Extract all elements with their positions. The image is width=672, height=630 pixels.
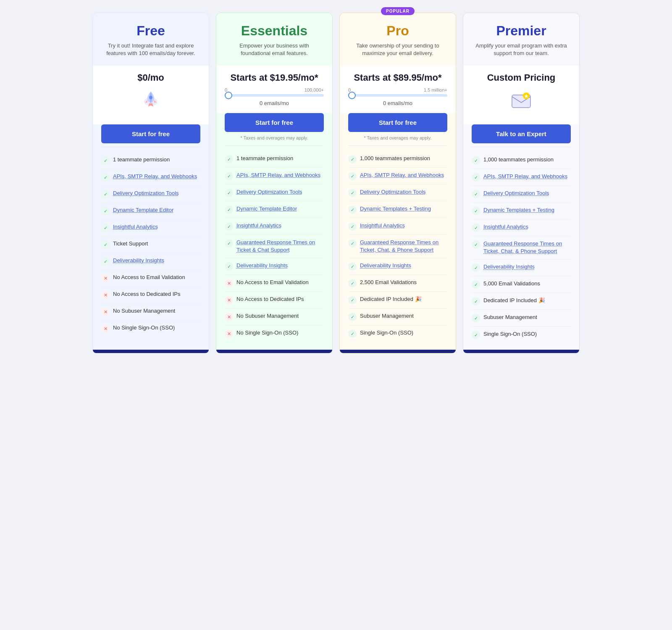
email-volume-slider-container: 0 100,000+	[225, 87, 324, 97]
feature-text: Dynamic Templates + Testing	[360, 205, 431, 213]
card-footer	[340, 350, 456, 353]
feature-text: APIs, SMTP Relay, and Webhooks	[236, 171, 320, 179]
feature-item: ✕ No Subuser Management	[225, 308, 324, 325]
feature-text: No Single Sign-On (SSO)	[236, 329, 298, 337]
slider-track	[348, 94, 447, 97]
price-amount: Starts at $89.95/mo*	[348, 72, 447, 83]
pricing-grid: Free Try it out! Integrate fast and expl…	[92, 13, 580, 353]
check-icon: ✓	[101, 156, 110, 165]
feature-item: ✓ Subuser Management	[472, 310, 571, 327]
feature-text: No Access to Dedicated IPs	[236, 295, 304, 303]
plan-card-premier: Premier Amplify your email program with …	[463, 13, 580, 353]
check-icon: ✓	[348, 155, 357, 163]
feature-item: ✓ Delivery Optimization Tools	[348, 185, 447, 201]
feature-item: ✓ Deliverability Insights	[348, 258, 447, 275]
features-divider	[472, 147, 571, 147]
feature-text: Deliverability Insights	[360, 262, 411, 269]
plan-desc: Amplify your email program with extra su…	[472, 42, 571, 59]
cta-button[interactable]: Start for free	[348, 113, 447, 132]
feature-text: Guaranteed Response Times on Ticket, Cha…	[483, 240, 571, 255]
feature-text: No Access to Dedicated IPs	[113, 290, 180, 298]
emails-count: 0 emails/mo	[348, 100, 447, 106]
check-icon: ✓	[225, 262, 233, 271]
features-list: ✓ 1 teammate permission ✓ APIs, SMTP Rel…	[93, 149, 209, 350]
features-divider	[101, 147, 200, 147]
feature-text: No Subuser Management	[236, 312, 299, 320]
check-icon: ✓	[348, 189, 357, 197]
plan-card-essentials: Essentials Empower your business with fo…	[216, 13, 333, 353]
feature-text: No Access to Email Validation	[236, 279, 309, 286]
check-icon: ✓	[472, 280, 480, 289]
check-icon: ✓	[225, 206, 233, 214]
plan-name: Essentials	[225, 23, 324, 39]
check-icon: ✓	[101, 224, 110, 232]
feature-text: Deliverability Insights	[236, 262, 288, 269]
feature-text: No Subuser Management	[113, 307, 175, 315]
check-icon: ✓	[472, 240, 480, 249]
feature-item: ✓ Dynamic Template Editor	[225, 201, 324, 218]
feature-text: Guaranteed Response Times on Ticket & Ch…	[236, 239, 324, 254]
check-icon: ✓	[101, 240, 110, 249]
feature-item: ✓ Dynamic Template Editor	[101, 203, 200, 219]
plan-header: Free Try it out! Integrate fast and expl…	[93, 13, 209, 66]
feature-item: ✓ APIs, SMTP Relay, and Webhooks	[225, 168, 324, 185]
price-amount: Starts at $19.95/mo*	[225, 72, 324, 83]
feature-item: ✓ 1 teammate permission	[225, 151, 324, 168]
feature-text: Delivery Optimization Tools	[360, 188, 426, 196]
feature-text: Insightful Analytics	[113, 223, 158, 231]
feature-item: ✓ Ticket Support	[101, 236, 200, 253]
feature-item: ✓ 5,000 Email Validations	[472, 276, 571, 293]
plan-pricing: Starts at $89.95/mo* 0 1.5 million+ 0 em…	[340, 66, 456, 113]
slider-thumb[interactable]	[348, 92, 356, 99]
cta-button[interactable]: Talk to an Expert	[472, 124, 571, 143]
check-icon: ✓	[472, 173, 480, 182]
cta-button[interactable]: Start for free	[225, 113, 324, 132]
feature-text: Dedicated IP Included 🎉	[483, 297, 545, 304]
feature-text: 1,000 teammates permission	[360, 155, 430, 162]
features-list: ✓ 1,000 teammates permission ✓ APIs, SMT…	[340, 148, 456, 350]
cross-icon: ✕	[225, 279, 233, 287]
feature-item: ✓ Delivery Optimization Tools	[472, 186, 571, 203]
feature-item: ✓ Dynamic Templates + Testing	[348, 201, 447, 218]
feature-item: ✓ Delivery Optimization Tools	[101, 186, 200, 203]
feature-text: Dynamic Template Editor	[236, 205, 297, 213]
feature-text: Delivery Optimization Tools	[236, 188, 302, 196]
plan-name: Pro	[348, 23, 447, 39]
check-icon: ✓	[101, 190, 110, 198]
feature-item: ✓ 1,000 teammates permission	[472, 152, 571, 169]
feature-text: 1 teammate permission	[236, 155, 293, 162]
feature-text: Delivery Optimization Tools	[113, 190, 179, 197]
slider-max-label: 1.5 million+	[424, 87, 447, 92]
feature-item: ✓ 1 teammate permission	[101, 152, 200, 169]
plan-name: Free	[101, 23, 200, 39]
card-footer	[216, 350, 332, 353]
feature-text: APIs, SMTP Relay, and Webhooks	[483, 173, 567, 180]
check-icon: ✓	[225, 155, 233, 163]
check-icon: ✓	[225, 172, 233, 180]
feature-text: Dynamic Templates + Testing	[483, 206, 554, 214]
feature-item: ✕ No Access to Dedicated IPs	[225, 292, 324, 308]
feature-text: Subuser Management	[483, 314, 537, 321]
feature-text: 2,500 Email Validations	[360, 279, 417, 286]
plan-header: Premier Amplify your email program with …	[463, 13, 579, 66]
feature-item: ✓ Deliverability Insights	[225, 258, 324, 275]
slider-thumb[interactable]	[225, 92, 232, 99]
feature-text: APIs, SMTP Relay, and Webhooks	[113, 173, 197, 180]
check-icon: ✓	[101, 207, 110, 215]
cta-button[interactable]: Start for free	[101, 124, 200, 143]
check-icon: ✓	[472, 264, 480, 272]
check-icon: ✓	[472, 297, 480, 306]
feature-item: ✓ Single Sign-On (SSO)	[472, 327, 571, 343]
feature-text: 5,000 Email Validations	[483, 280, 540, 287]
check-icon: ✓	[101, 173, 110, 182]
feature-item: ✓ Guaranteed Response Times on Ticket, C…	[348, 235, 447, 258]
feature-item: ✓ Guaranteed Response Times on Ticket & …	[225, 235, 324, 258]
feature-item: ✕ No Access to Dedicated IPs	[101, 287, 200, 303]
feature-text: APIs, SMTP Relay, and Webhooks	[360, 171, 444, 179]
feature-text: Insightful Analytics	[360, 222, 405, 229]
check-icon: ✓	[348, 313, 357, 321]
plan-icon-rocket	[138, 87, 163, 113]
feature-text: Insightful Analytics	[236, 222, 281, 229]
cross-icon: ✕	[101, 274, 110, 282]
cross-icon: ✕	[225, 313, 233, 321]
